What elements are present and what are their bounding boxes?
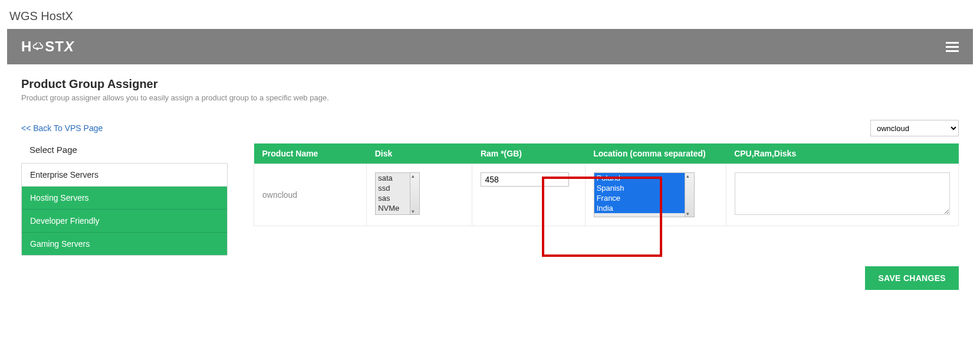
location-multiselect[interactable]: Poland Spanish France India — [594, 172, 685, 217]
ram-input[interactable] — [481, 172, 569, 187]
disk-scrollbar[interactable] — [410, 172, 420, 215]
cell-location: Poland Spanish France India — [585, 164, 726, 226]
logo-text-x: X — [64, 38, 74, 55]
disk-option[interactable]: NVMe — [376, 203, 410, 213]
page-item-developer-friendly[interactable]: Developer Friendly — [22, 210, 227, 233]
th-location: Location (comma separated) — [585, 143, 726, 164]
page-item-hosting-servers[interactable]: Hosting Servers — [22, 187, 227, 210]
save-button[interactable]: SAVE CHANGES — [865, 266, 959, 290]
hamburger-menu-icon[interactable] — [946, 42, 959, 52]
location-option[interactable]: France — [594, 193, 685, 203]
location-option[interactable]: Poland — [594, 173, 685, 183]
disk-option[interactable]: sas — [376, 193, 410, 203]
cell-ram — [472, 164, 585, 226]
th-ram: Ram *(GB) — [472, 143, 585, 164]
th-cpu: CPU,Ram,Disks — [726, 143, 958, 164]
cpu-textarea[interactable] — [735, 172, 950, 215]
page-title: Product Group Assigner — [21, 77, 959, 91]
th-product-name: Product Name — [254, 143, 367, 164]
cell-product-name: owncloud — [254, 164, 367, 226]
product-table: Product Name Disk Ram *(GB) Location (co… — [254, 143, 959, 226]
table-row: owncloud sata ssd sas NVMe — [254, 164, 959, 226]
section-header: Product Group Assigner Product group ass… — [7, 64, 973, 107]
disk-multiselect[interactable]: sata ssd sas NVMe — [375, 172, 410, 215]
topbar: H ST X — [7, 29, 973, 64]
location-scrollbar[interactable] — [685, 172, 695, 217]
page-item-enterprise-servers[interactable]: Enterprise Servers — [22, 164, 227, 187]
cell-disk: sata ssd sas NVMe — [367, 164, 472, 226]
group-dropdown[interactable]: owncloud — [870, 120, 959, 136]
group-dropdown-wrap: owncloud — [870, 120, 959, 136]
logo-text-st: ST — [45, 38, 64, 55]
location-option[interactable]: India — [594, 203, 685, 213]
logo-text-h: H — [21, 38, 32, 55]
select-page-label: Select Page — [29, 145, 228, 155]
page-list: Enterprise Servers Hosting Servers Devel… — [21, 163, 228, 256]
logo: H ST X — [21, 38, 74, 55]
cell-cpu — [726, 164, 958, 226]
disk-option[interactable]: sata — [376, 173, 410, 183]
cloud-icon — [32, 43, 44, 51]
back-link[interactable]: << Back To VPS Page — [21, 123, 103, 133]
page-item-gaming-servers[interactable]: Gaming Servers — [22, 233, 227, 255]
page-description: Product group assigner allows you to eas… — [21, 93, 959, 102]
location-option[interactable]: Spanish — [594, 183, 685, 193]
th-disk: Disk — [367, 143, 472, 164]
breadcrumb: WGS HostX — [9, 9, 971, 23]
disk-option[interactable]: ssd — [376, 183, 410, 193]
